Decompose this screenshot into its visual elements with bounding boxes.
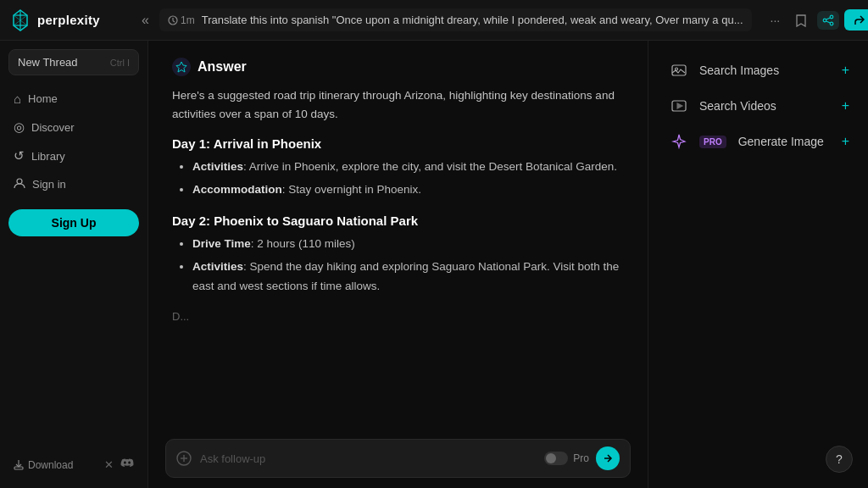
sidebar: New Thread Ctrl I ⌂ Home ◎ Discover ↺ Li… (0, 41, 148, 488)
list-item: Activities: Arrive in Phoenix, explore t… (192, 158, 624, 177)
twitter-icon[interactable]: ✕ (104, 458, 114, 471)
day-1-bullets: Activities: Arrive in Phoenix, explore t… (172, 158, 624, 200)
generate-image-label: Generate Image (738, 135, 833, 148)
right-panel: Search Images + Search Videos + PRO Gene… (648, 41, 868, 488)
new-thread-button[interactable]: New Thread Ctrl I (8, 49, 139, 75)
svg-line-13 (826, 21, 831, 23)
download-label: Download (28, 459, 73, 471)
logo-text: perplexity (37, 13, 100, 27)
discover-label: Discover (31, 121, 75, 134)
top-bar: perplexity « 1m Translate this into span… (0, 0, 868, 41)
pro-toggle-switch[interactable] (544, 452, 568, 465)
svg-marker-17 (176, 62, 186, 72)
svg-point-10 (823, 19, 826, 22)
generate-image-icon (667, 133, 691, 150)
search-videos-button[interactable]: Search Videos + (659, 90, 858, 122)
main-content: Answer Here's a suggested road trip itin… (148, 41, 648, 488)
pro-toggle[interactable]: Pro (544, 452, 589, 465)
add-attachment-button[interactable] (176, 451, 192, 466)
home-label: Home (28, 92, 58, 105)
svg-point-9 (830, 15, 833, 19)
generate-image-button[interactable]: PRO Generate Image + (659, 125, 858, 158)
answer-icon (172, 58, 191, 76)
day-2-bullets: Drive Time: 2 hours (110 miles) Activiti… (172, 235, 624, 297)
new-thread-shortcut: Ctrl I (110, 58, 130, 68)
thread-title-text: Translate this into spanish "Once upon a… (202, 14, 743, 26)
logo: perplexity (8, 8, 100, 32)
collapse-btn[interactable]: « (138, 9, 153, 31)
svg-line-12 (826, 18, 831, 19)
svg-rect-21 (672, 65, 686, 75)
bookmark-button[interactable] (790, 10, 812, 30)
day-1-heading: Day 1: Arrival in Phoenix (172, 136, 624, 151)
day-2-section: Day 2: Phoenix to Saguaro National Park … (172, 214, 624, 297)
library-icon: ↺ (14, 148, 25, 164)
share-icon-button[interactable] (817, 11, 839, 30)
day-2-heading: Day 2: Phoenix to Saguaro National Park (172, 214, 624, 228)
signup-button[interactable]: Sign Up (8, 209, 139, 236)
follow-up-actions: Pro (544, 446, 620, 470)
answer-header: Answer (172, 58, 624, 76)
signin-icon (14, 177, 25, 191)
list-item: Drive Time: 2 hours (110 miles) (192, 235, 624, 254)
day-3-label: D... (172, 310, 189, 323)
nav-items: ⌂ Home ◎ Discover ↺ Library Sign in (0, 86, 147, 197)
svg-point-11 (830, 22, 833, 25)
home-icon: ⌂ (14, 92, 21, 106)
discord-icon[interactable] (120, 458, 134, 471)
answer-title: Answer (198, 59, 247, 75)
search-images-icon (667, 62, 691, 79)
main-layout: New Thread Ctrl I ⌂ Home ◎ Discover ↺ Li… (0, 41, 868, 488)
list-item: Activities: Spend the day hiking and exp… (192, 258, 624, 297)
day-1-section: Day 1: Arrival in Phoenix Activities: Ar… (172, 136, 624, 200)
top-bar-actions: ··· Share (765, 9, 869, 30)
content-area: Answer Here's a suggested road trip itin… (148, 41, 868, 488)
svg-point-14 (17, 179, 22, 184)
answer-body: Here's a suggested road trip itinerary t… (172, 86, 624, 123)
svg-marker-24 (677, 103, 682, 108)
new-thread-label: New Thread (18, 56, 78, 69)
thread-title-bar: 1m Translate this into spanish "Once upo… (159, 8, 752, 31)
svg-line-8 (173, 20, 175, 22)
signin-label: Sign in (32, 178, 66, 191)
sidebar-item-signin[interactable]: Sign in (5, 171, 142, 197)
search-videos-plus: + (842, 98, 849, 114)
time-label: 1m (181, 14, 195, 26)
generate-image-plus: + (842, 134, 849, 149)
day-3-section: D... (172, 310, 624, 323)
follow-up-input[interactable] (200, 452, 536, 465)
more-options-button[interactable]: ··· (765, 10, 786, 30)
search-videos-icon (667, 97, 691, 114)
sidebar-bottom: Download ✕ (0, 450, 147, 480)
search-images-label: Search Images (699, 64, 833, 77)
list-item: Accommodation: Stay overnight in Phoenix… (192, 180, 624, 200)
top-bar-left: perplexity « (8, 8, 153, 32)
logo-icon (8, 8, 32, 32)
time-icon: 1m (168, 14, 195, 26)
sidebar-item-discover[interactable]: ◎ Discover (5, 114, 142, 141)
library-label: Library (31, 150, 65, 163)
pro-badge: PRO (699, 136, 726, 148)
help-button[interactable]: ? (826, 446, 853, 473)
search-images-button[interactable]: Search Images + (659, 54, 858, 86)
download-link[interactable]: Download (14, 459, 73, 471)
pro-label: Pro (573, 452, 589, 464)
follow-up-bar: Pro (165, 439, 631, 478)
send-button[interactable] (596, 446, 620, 470)
discover-icon: ◎ (14, 119, 25, 135)
sidebar-item-library[interactable]: ↺ Library (5, 142, 142, 169)
search-videos-label: Search Videos (699, 99, 833, 113)
social-icons: ✕ (104, 458, 134, 471)
search-images-plus: + (842, 63, 849, 78)
sidebar-item-home[interactable]: ⌂ Home (5, 86, 142, 112)
share-button[interactable]: Share (844, 9, 868, 30)
